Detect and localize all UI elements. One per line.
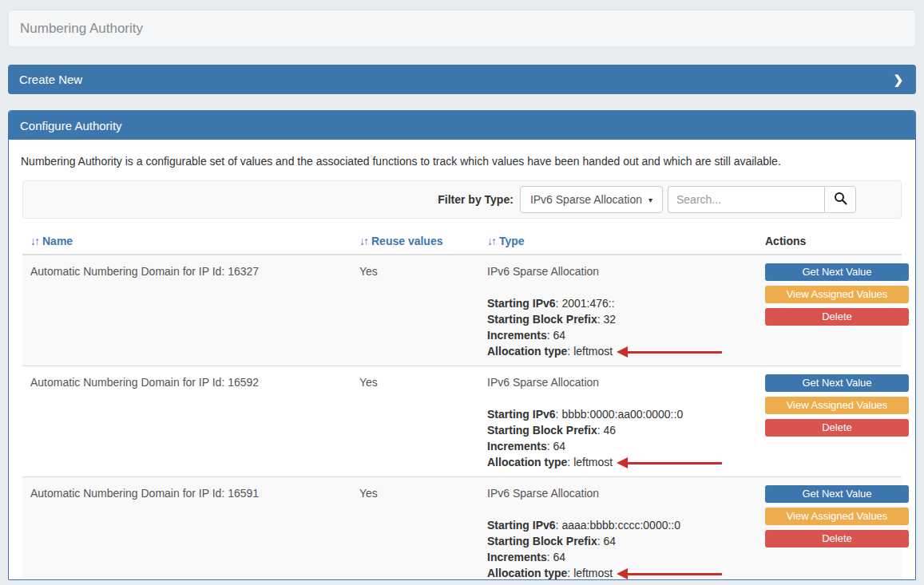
page-title-bar: Numbering Authority — [8, 10, 916, 47]
sort-icon: ↓↑ — [359, 235, 367, 247]
column-header-type[interactable]: ↓↑Type — [479, 235, 757, 247]
row-name: Automatic Numbering Domain for IP Id: 16… — [22, 374, 351, 470]
row-name: Automatic Numbering Domain for IP Id: 16… — [22, 485, 351, 580]
red-arrow-annotation — [617, 346, 722, 358]
delete-button[interactable]: Delete — [765, 530, 909, 547]
row-type-details: Starting IPv6bbbb:0000:aa00:0000::0 Star… — [487, 406, 757, 470]
configure-authority-panel: Configure Authority Numbering Authority … — [8, 110, 916, 580]
table-row: Automatic Numbering Domain for IP Id: 16… — [22, 366, 902, 477]
view-assigned-values-button[interactable]: View Assigned Values — [765, 508, 909, 525]
filter-by-type-label: Filter by Type: — [438, 193, 514, 206]
table-row: Automatic Numbering Domain for IP Id: 16… — [22, 255, 902, 366]
row-reuse-value: Yes — [351, 263, 479, 359]
row-reuse-value: Yes — [351, 374, 479, 470]
row-type-details: Starting IPv62001:476:: Starting Block P… — [487, 295, 757, 359]
get-next-value-button[interactable]: Get Next Value — [765, 263, 909, 281]
type-filter-value: IPv6 Sparse Allocation — [530, 193, 642, 206]
type-filter-dropdown[interactable]: IPv6 Sparse Allocation ▾ — [520, 186, 663, 213]
configure-authority-header: Configure Authority — [9, 111, 915, 140]
sort-icon: ↓↑ — [487, 235, 495, 247]
get-next-value-button[interactable]: Get Next Value — [765, 485, 909, 503]
search-button[interactable] — [824, 186, 856, 213]
search-input[interactable] — [668, 186, 824, 213]
row-type-details: Starting IPv6aaaa:bbbb:cccc:0000::0 Star… — [487, 517, 757, 580]
table-row: Automatic Numbering Domain for IP Id: 16… — [22, 477, 902, 580]
red-arrow-annotation — [617, 457, 722, 468]
red-arrow-annotation — [617, 568, 722, 579]
column-header-name[interactable]: ↓↑Name — [22, 235, 351, 247]
row-type: IPv6 Sparse Allocation — [487, 263, 757, 279]
get-next-value-button[interactable]: Get Next Value — [765, 374, 909, 392]
row-type: IPv6 Sparse Allocation — [487, 485, 757, 501]
filter-bar: Filter by Type: IPv6 Sparse Allocation ▾ — [22, 180, 902, 219]
authorities-table: ↓↑Name ↓↑Reuse values ↓↑Type Actions Aut… — [22, 233, 902, 580]
create-new-panel-toggle[interactable]: Create New ❯ — [8, 65, 916, 94]
caret-down-icon: ▾ — [648, 196, 652, 204]
row-name: Automatic Numbering Domain for IP Id: 16… — [22, 263, 351, 359]
panel-title: Configure Authority — [20, 119, 122, 132]
view-assigned-values-button[interactable]: View Assigned Values — [765, 397, 909, 414]
panel-description: Numbering Authority is a configurable se… — [21, 155, 903, 168]
create-new-label: Create New — [19, 73, 82, 86]
row-type: IPv6 Sparse Allocation — [487, 374, 757, 390]
table-header-row: ↓↑Name ↓↑Reuse values ↓↑Type Actions — [22, 233, 902, 255]
sort-icon: ↓↑ — [30, 235, 38, 247]
delete-button[interactable]: Delete — [765, 308, 909, 326]
delete-button[interactable]: Delete — [765, 419, 909, 437]
chevron-right-icon: ❯ — [893, 73, 903, 87]
row-reuse-value: Yes — [351, 485, 479, 580]
column-header-reuse-values[interactable]: ↓↑Reuse values — [351, 235, 479, 247]
page-title: Numbering Authority — [20, 21, 143, 37]
search-icon — [834, 192, 847, 208]
column-header-actions: Actions — [757, 235, 902, 247]
view-assigned-values-button[interactable]: View Assigned Values — [765, 286, 909, 303]
